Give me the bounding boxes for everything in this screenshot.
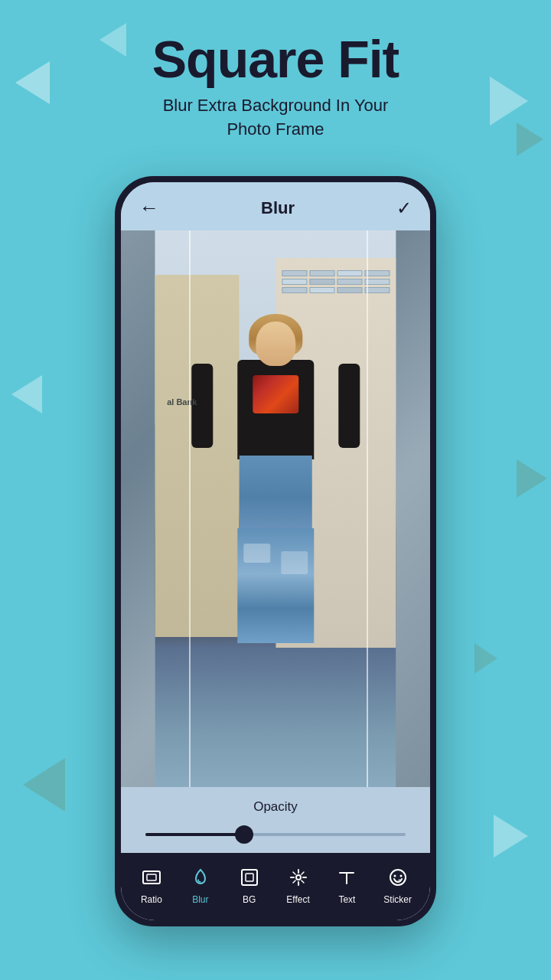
toolbar-item-text[interactable]: Text [334, 865, 359, 905]
bg-label: BG [243, 894, 256, 905]
svg-line-12 [293, 880, 295, 883]
svg-line-11 [302, 872, 304, 874]
toolbar-item-blur[interactable]: Blur [188, 865, 213, 905]
app-header: ← Blur ✓ [121, 182, 430, 230]
svg-rect-2 [242, 870, 257, 885]
window [364, 279, 390, 285]
blur-label: Blur [192, 894, 208, 905]
jeans-tear-right [281, 551, 308, 574]
page-header: Square Fit Blur Extra Background In Your… [0, 0, 551, 156]
window [309, 287, 334, 293]
toolbar-item-effect[interactable]: Effect [286, 865, 311, 905]
svg-point-17 [399, 875, 402, 877]
window-grid [276, 264, 396, 299]
photo-container: al Bank [121, 230, 430, 787]
person-face [256, 322, 295, 366]
person-arm-right [338, 364, 360, 448]
frame-line-right [367, 230, 368, 787]
window [309, 279, 334, 285]
page-title: Square Fit [0, 31, 551, 88]
decorative-triangle-bottom-left [23, 758, 65, 812]
text-icon [334, 865, 359, 890]
svg-line-9 [293, 872, 295, 874]
photo-main-image: al Bank [155, 230, 396, 787]
frame-line-left [189, 230, 191, 787]
decorative-triangle-top-right [490, 77, 528, 126]
phone-screen: ← Blur ✓ [121, 182, 430, 920]
slider-container[interactable] [139, 825, 412, 844]
photo-frame: al Bank [121, 230, 430, 787]
window [364, 270, 390, 276]
svg-rect-3 [246, 874, 253, 881]
decorative-triangle-top-left [15, 61, 50, 104]
bg-icon [237, 865, 262, 890]
toolbar-item-bg[interactable]: BG [237, 865, 262, 905]
phone-mockup: ← Blur ✓ [115, 176, 436, 926]
check-button[interactable]: ✓ [396, 198, 412, 219]
opacity-area: Opacity [121, 787, 430, 853]
window [364, 287, 390, 293]
window [337, 270, 362, 276]
text-label: Text [338, 894, 355, 905]
svg-point-4 [296, 875, 301, 880]
svg-rect-0 [143, 871, 160, 884]
opacity-label: Opacity [139, 799, 412, 815]
window [282, 270, 307, 276]
window [282, 279, 307, 285]
person-jacket [237, 360, 314, 459]
bottom-toolbar: Ratio Blur [121, 853, 430, 920]
toolbar-item-sticker[interactable]: Sticker [383, 865, 412, 905]
photo-scene: al Bank [155, 230, 396, 787]
ratio-label: Ratio [141, 894, 162, 905]
window [282, 287, 307, 293]
subtitle-line1: Blur Extra Background In Your [163, 96, 389, 115]
svg-rect-1 [147, 874, 156, 880]
bank-sign: al Bank [167, 397, 197, 407]
effect-label: Effect [286, 894, 309, 905]
decorative-triangle-bottom-right [494, 815, 528, 858]
window [337, 279, 362, 285]
svg-line-10 [302, 880, 304, 883]
decorative-triangle-top-center-left [99, 23, 126, 57]
sticker-icon [386, 865, 410, 890]
decorative-triangle-far-right [517, 459, 547, 498]
sticker-label: Sticker [383, 894, 412, 905]
window [337, 287, 362, 293]
decorative-triangle-bottom-center [474, 643, 497, 674]
decorative-triangle-mid-left [11, 375, 42, 413]
svg-point-16 [393, 875, 396, 877]
window [309, 270, 334, 276]
blur-icon [188, 865, 213, 890]
subtitle-line2: Photo Frame [227, 119, 324, 139]
toolbar-item-ratio[interactable]: Ratio [139, 865, 164, 905]
person-jeans-upper [239, 456, 311, 540]
slider-thumb[interactable] [235, 825, 253, 844]
person-figure [185, 314, 366, 787]
tshirt-graphic [253, 375, 298, 413]
slider-track [145, 833, 406, 836]
screen-title: Blur [261, 198, 295, 218]
back-button[interactable]: ← [139, 196, 159, 220]
effect-icon [286, 865, 311, 890]
decorative-triangle-mid-right [517, 122, 543, 156]
ratio-icon [139, 865, 164, 890]
jeans-tear-left [243, 544, 270, 563]
slider-fill [145, 833, 244, 836]
person-jeans-lower [237, 528, 314, 643]
page-subtitle: Blur Extra Background In Your Photo Fram… [0, 94, 551, 142]
